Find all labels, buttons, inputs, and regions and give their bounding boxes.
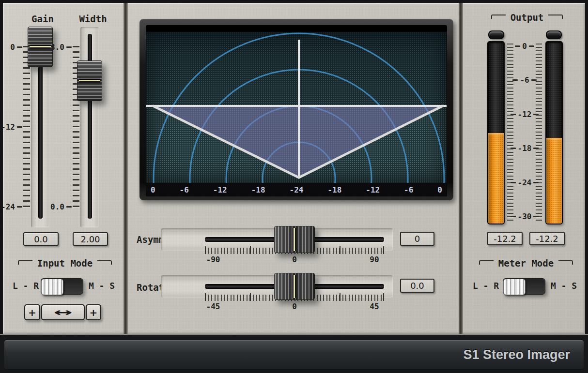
gain-fader-title: Gain	[19, 14, 66, 24]
scope-db-label: -18	[251, 185, 265, 194]
gain-scale-label-row: -24	[3, 202, 22, 211]
meter-scale-ticks-left	[507, 44, 513, 221]
bracket-right-icon	[548, 15, 563, 19]
output-meter-left	[487, 41, 505, 224]
rotation-slider-handle[interactable]	[274, 273, 315, 300]
scope-db-label: 0	[437, 185, 442, 194]
asymmetry-tick-mid: 0	[280, 255, 309, 264]
gain-scale-minus24: -24	[1, 202, 15, 211]
gain-scale-minus12: -12	[1, 122, 15, 132]
gain-scale-label-row: 0	[3, 42, 22, 52]
tick-dash	[511, 114, 516, 115]
footer-inner-bar: S1 Stereo Imager	[4, 340, 584, 370]
scope-display-screen: 0 -6 -12 -18 -24 -18 -12 -6 0	[146, 25, 447, 196]
gain-scale-ticks	[23, 46, 30, 209]
input-mode-section-header: Input Mode	[14, 259, 116, 267]
ruler-major-tick	[250, 246, 251, 254]
width-scale-bottom: 0.0	[50, 202, 64, 211]
meter-scale-0: 0	[522, 42, 527, 51]
meter-scale-labels: 0 -6 -12 -18 -24 -30	[513, 41, 536, 222]
double-arrow-icon: ↔	[54, 306, 73, 318]
tick-dash	[17, 46, 22, 48]
output-meter-right	[545, 41, 563, 224]
fader-handle-line	[79, 80, 100, 81]
gain-scale-0: 0	[10, 43, 15, 52]
output-title: Output	[511, 14, 544, 21]
bracket-right-icon	[97, 260, 112, 265]
gain-value-box[interactable]: 0.0	[23, 232, 59, 246]
toggle-knob[interactable]	[41, 279, 63, 295]
output-meter-left-value[interactable]: -12.2	[487, 232, 523, 245]
scope-db-label: -6	[404, 185, 413, 194]
gain-fader-handle[interactable]	[28, 27, 53, 67]
tick-dash	[511, 148, 516, 149]
tick-dash	[533, 114, 539, 115]
bracket-left-icon	[479, 260, 494, 265]
fader-handle-line	[30, 46, 51, 47]
output-meter-right-value[interactable]: -12.2	[529, 232, 565, 245]
asymmetry-slider-handle[interactable]	[274, 226, 315, 253]
scope-graphics	[146, 32, 447, 183]
plugin-face: Gain Width 0 -12 -24 3.0 0.0 0.0 2.00 In…	[3, 3, 585, 334]
tick-dash	[515, 45, 520, 47]
input-mode-lr-label: L - R	[12, 281, 40, 291]
tick-dash	[533, 182, 539, 183]
width-scale-label-row: 0.0	[50, 202, 72, 211]
slider-handle-line	[294, 275, 295, 298]
scope-db-label: -18	[327, 185, 341, 194]
scope-db-scale: 0 -6 -12 -18 -24 -18 -12 -6 0	[146, 183, 447, 196]
tick-dash	[17, 126, 22, 128]
panel-divider	[124, 3, 128, 334]
tick-dash	[529, 45, 534, 47]
meter-mode-title: Meter Mode	[498, 259, 554, 267]
rotation-tick-max: 45	[360, 302, 389, 311]
asymmetry-value-box[interactable]: 0	[400, 232, 434, 246]
meter-mode-ms-label: M - S	[549, 281, 578, 291]
output-section-header: Output	[476, 14, 578, 21]
toggle-knob[interactable]	[503, 279, 526, 295]
pan-spread-button[interactable]: ↔	[41, 304, 85, 320]
meter-scale-minus24: -24	[518, 178, 532, 187]
width-fader-handle[interactable]	[77, 60, 102, 101]
meter-scale-minus30: -30	[518, 212, 532, 221]
gain-scale-label-row: -12	[3, 122, 22, 132]
meter-scale-minus12: -12	[518, 110, 532, 119]
pan-right-button[interactable]: +	[86, 304, 101, 320]
meter-mode-section-header: Meter Mode	[474, 259, 578, 267]
tick-dash	[511, 182, 516, 183]
panel-divider	[459, 3, 463, 334]
bracket-left-icon	[18, 260, 32, 265]
width-scale-label-row: 3.0	[50, 42, 72, 52]
ruler-major-tick	[205, 246, 206, 254]
ruler-major-tick	[383, 246, 384, 254]
scope-db-label: 0	[151, 185, 155, 194]
ruler-major-tick	[383, 293, 384, 301]
footer-bar: S1 Stereo Imager	[0, 334, 588, 373]
meter-scale-minus18: -18	[518, 144, 532, 153]
tick-dash	[531, 79, 537, 81]
clip-led-left[interactable]	[488, 30, 504, 39]
ruler-major-tick	[205, 293, 206, 301]
pan-left-button[interactable]: +	[24, 304, 40, 320]
rotation-tick-mid: 0	[280, 302, 309, 311]
rotation-tick-min: -45	[199, 302, 228, 311]
tick-dash	[533, 148, 539, 149]
meter-scale-ticks-right	[536, 44, 542, 221]
tick-dash	[66, 206, 72, 208]
input-mode-ms-label: M - S	[87, 281, 116, 291]
width-value-box[interactable]: 2.00	[73, 232, 108, 246]
input-mode-title: Input Mode	[37, 259, 93, 267]
output-meter-right-fill	[546, 138, 562, 224]
clip-led-right[interactable]	[546, 30, 562, 39]
scope-db-label: -12	[366, 185, 380, 194]
tick-dash	[17, 206, 22, 208]
output-meter-left-fill	[488, 133, 504, 224]
meter-mode-toggle[interactable]	[503, 278, 545, 295]
scope-db-label: -24	[290, 185, 304, 194]
ruler-major-tick	[340, 246, 340, 254]
bracket-left-icon	[491, 15, 506, 19]
input-mode-toggle[interactable]	[41, 278, 83, 295]
meter-mode-lr-label: L - R	[472, 281, 500, 291]
rotation-value-box[interactable]: 0.0	[400, 279, 434, 293]
tick-dash	[512, 79, 518, 81]
